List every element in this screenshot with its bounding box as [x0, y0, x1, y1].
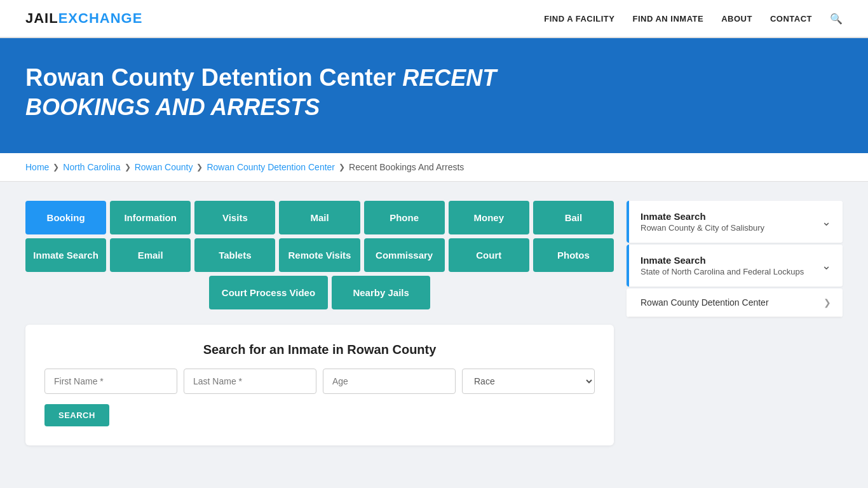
sidebar-card-3-title: Rowan County Detention Center	[641, 297, 769, 308]
breadcrumb-sep-4: ❯	[339, 163, 345, 172]
tabs-row-1: Booking Information Visits Mail Phone Mo…	[25, 201, 614, 234]
chevron-down-icon-1: ⌄	[822, 215, 831, 229]
search-fields: Race	[44, 369, 595, 394]
sidebar-card-2-title: Inmate Search	[641, 255, 804, 266]
tab-information[interactable]: Information	[110, 201, 191, 234]
right-sidebar: Inmate Search Rowan County & City of Sal…	[627, 201, 843, 445]
nav-about[interactable]: ABOUT	[721, 14, 752, 24]
tabs-row-3: Court Process Video Nearby Jails	[25, 276, 614, 309]
search-button[interactable]: SEARCH	[44, 404, 109, 426]
left-panel: Booking Information Visits Mail Phone Mo…	[25, 201, 614, 445]
hero-section: Rowan County Detention Center RECENT BOO…	[0, 38, 868, 153]
sidebar-card-2-subtitle: State of North Carolina and Federal Lock…	[641, 267, 804, 276]
breadcrumb-home[interactable]: Home	[25, 162, 49, 172]
inmate-search-form: Search for an Inmate in Rowan County Rac…	[25, 325, 614, 445]
sidebar-card-1-subtitle: Rowan County & City of Salisbury	[641, 223, 764, 233]
sidebar-card-2-text: Inmate Search State of North Carolina an…	[641, 255, 804, 276]
last-name-input[interactable]	[184, 369, 316, 394]
breadcrumb: Home ❯ North Carolina ❯ Rowan County ❯ R…	[0, 153, 868, 182]
search-icon[interactable]: 🔍	[830, 13, 843, 25]
nav-find-inmate[interactable]: FIND AN INMATE	[632, 14, 703, 24]
page-title: Rowan County Detention Center RECENT BOO…	[25, 64, 597, 121]
breadcrumb-nc[interactable]: North Carolina	[63, 162, 120, 172]
logo-jail: JAIL	[25, 10, 58, 26]
main-content: Booking Information Visits Mail Phone Mo…	[0, 182, 868, 464]
sidebar-card-2: Inmate Search State of North Carolina an…	[627, 245, 843, 287]
tab-photos[interactable]: Photos	[533, 238, 614, 272]
breadcrumb-sep-1: ❯	[53, 163, 59, 172]
tab-remote-visits[interactable]: Remote Visits	[279, 238, 360, 272]
search-title: Search for an Inmate in Rowan County	[44, 342, 595, 357]
breadcrumb-detention[interactable]: Rowan County Detention Center	[207, 162, 335, 172]
tabs-container: Booking Information Visits Mail Phone Mo…	[25, 201, 614, 309]
tab-phone[interactable]: Phone	[364, 201, 445, 234]
chevron-down-icon-2: ⌄	[822, 259, 831, 273]
age-input[interactable]	[323, 369, 456, 394]
breadcrumb-rowan[interactable]: Rowan County	[135, 162, 193, 172]
nav-find-facility[interactable]: FIND A FACILITY	[544, 14, 614, 24]
sidebar-card-1-text: Inmate Search Rowan County & City of Sal…	[641, 211, 764, 233]
breadcrumb-current: Recent Bookings And Arrests	[349, 162, 464, 172]
tabs-row-2: Inmate Search Email Tablets Remote Visit…	[25, 238, 614, 272]
race-select[interactable]: Race	[462, 369, 595, 394]
tab-email[interactable]: Email	[110, 238, 191, 272]
breadcrumb-sep-2: ❯	[125, 163, 131, 172]
tab-nearby-jails[interactable]: Nearby Jails	[332, 276, 430, 309]
tab-court-process-video[interactable]: Court Process Video	[209, 276, 328, 309]
nav-contact[interactable]: CONTACT	[770, 14, 812, 24]
tab-tablets[interactable]: Tablets	[194, 238, 275, 272]
tab-bail[interactable]: Bail	[533, 201, 614, 234]
sidebar-card-1-title: Inmate Search	[641, 211, 764, 222]
tab-booking[interactable]: Booking	[25, 201, 106, 234]
sidebar-rowan-detention[interactable]: Rowan County Detention Center ❯	[627, 288, 843, 317]
sidebar-inmate-search-rowan[interactable]: Inmate Search Rowan County & City of Sal…	[627, 201, 843, 243]
first-name-input[interactable]	[44, 369, 177, 394]
logo-exchange: EXCHANGE	[58, 10, 143, 26]
site-logo[interactable]: JAILEXCHANGE	[25, 10, 142, 27]
main-nav: FIND A FACILITY FIND AN INMATE ABOUT CON…	[544, 13, 843, 25]
site-header: JAILEXCHANGE FIND A FACILITY FIND AN INM…	[0, 0, 868, 38]
tab-money[interactable]: Money	[449, 201, 529, 234]
sidebar-inmate-search-nc[interactable]: Inmate Search State of North Carolina an…	[627, 245, 843, 287]
sidebar-card-3: Rowan County Detention Center ❯	[627, 288, 843, 317]
tab-inmate-search[interactable]: Inmate Search	[25, 238, 106, 272]
tab-visits[interactable]: Visits	[194, 201, 275, 234]
tab-mail[interactable]: Mail	[279, 201, 360, 234]
sidebar-card-1: Inmate Search Rowan County & City of Sal…	[627, 201, 843, 243]
tab-commissary[interactable]: Commissary	[364, 238, 445, 272]
breadcrumb-sep-3: ❯	[196, 163, 203, 172]
tab-court[interactable]: Court	[449, 238, 529, 272]
chevron-right-icon-3: ❯	[824, 297, 831, 308]
